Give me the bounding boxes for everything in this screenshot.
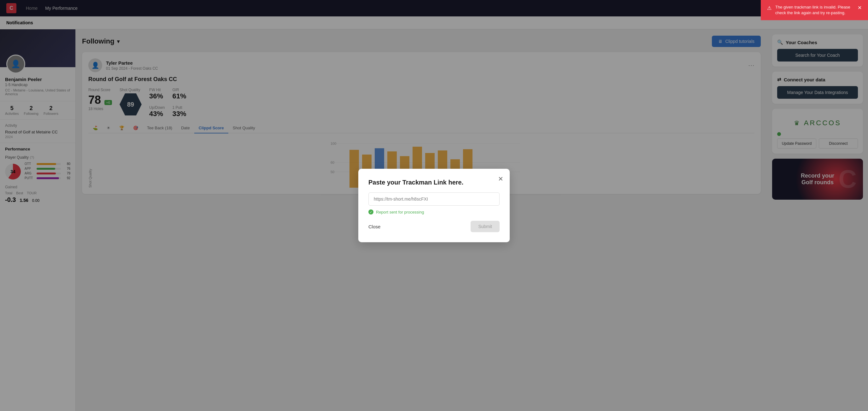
warning-icon: ⚠ <box>767 5 772 12</box>
trackman-link-input[interactable] <box>368 192 500 205</box>
success-message: ✓ Report sent for processing <box>368 210 500 215</box>
toast-close-button[interactable]: ✕ <box>858 4 862 11</box>
modal-title: Paste your Trackman Link here. <box>368 179 500 186</box>
modal-close-button[interactable]: Close <box>368 224 380 229</box>
error-toast: ⚠ The given trackman link is invalid. Pl… <box>761 0 868 20</box>
modal-overlay[interactable]: ✕ Paste your Trackman Link here. ✓ Repor… <box>0 0 868 411</box>
modal-close-x-button[interactable]: ✕ <box>498 175 503 183</box>
trackman-modal: ✕ Paste your Trackman Link here. ✓ Repor… <box>358 169 510 242</box>
toast-message: The given trackman link is invalid. Plea… <box>775 4 854 16</box>
modal-submit-button: Submit <box>471 221 500 232</box>
modal-actions: Close Submit <box>368 221 500 232</box>
success-icon: ✓ <box>368 210 373 215</box>
